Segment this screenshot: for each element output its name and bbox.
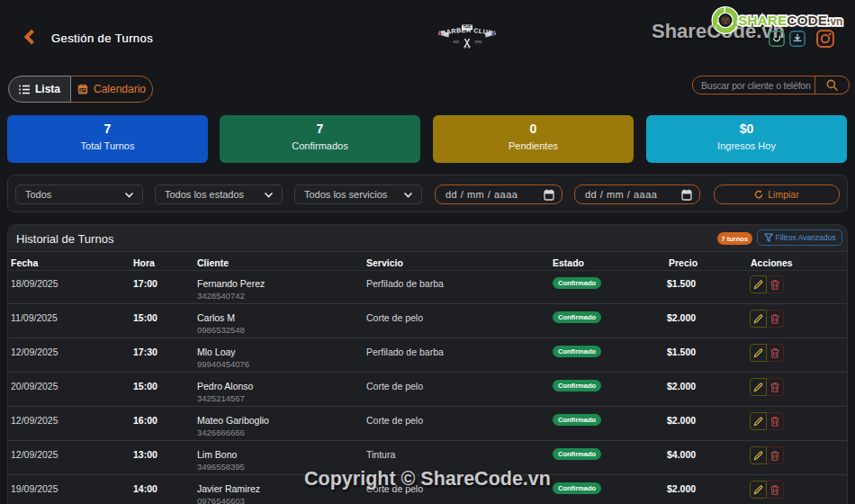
svg-text:SHARECODE.vn: SHARECODE.vn <box>738 13 842 28</box>
svg-text:EST: EST <box>454 40 460 44</box>
svg-text:BARBER CLUB: BARBER CLUB <box>440 26 494 37</box>
svg-text:1998: 1998 <box>474 40 482 44</box>
